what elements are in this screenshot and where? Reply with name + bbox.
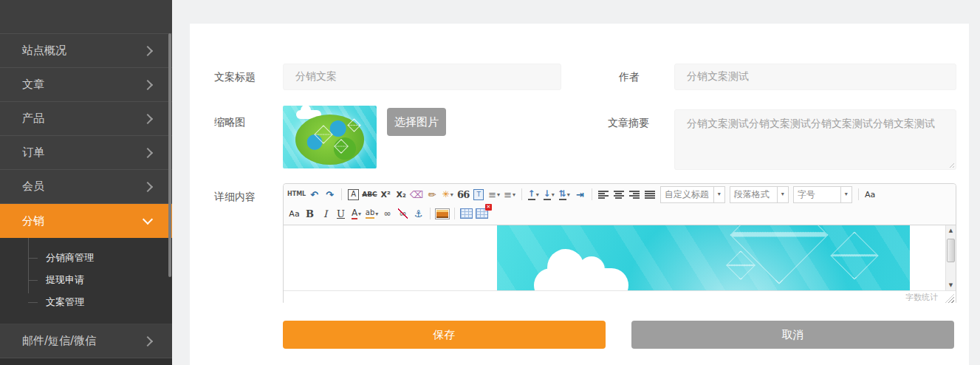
sidebar-scrollbar-thumb[interactable] [168,33,171,277]
strikethrough-button[interactable]: ABC [362,186,377,202]
undo-icon: ↶ [310,190,318,199]
italic-button[interactable]: I [318,205,332,222]
sidebar-header [0,0,172,34]
scroll-down-icon[interactable]: ▼ [946,282,956,288]
ordered-list-button[interactable]: ≡▾ [487,186,501,202]
chevron-right-icon [143,181,153,191]
anchor-icon: ⚓ [414,209,423,219]
blockquote-button[interactable]: 66 [456,186,470,202]
submenu-item[interactable]: 提现申请 [0,269,172,291]
format-match-button[interactable]: A [346,186,360,202]
author-input[interactable] [674,64,956,90]
copy-title-input[interactable] [283,64,561,90]
chevron-down-icon[interactable]: ▾ [552,191,555,198]
delete-table-button[interactable]: ✕ [475,205,489,222]
line-height-button[interactable]: ⇅▾ [558,186,572,202]
remove-link-button[interactable]: ∞ [396,205,410,222]
content-label: 详细内容 [214,183,256,210]
editor-scrollbar[interactable]: ▲ ▼ [945,225,956,290]
scroll-up-icon[interactable]: ▲ [946,228,956,233]
chevron-right-icon [143,45,153,55]
sidebar-nav: 站点概况文章产品订单会员分销分销商管理提现申请文案管理邮件/短信/微信 [0,34,172,358]
paragraph-format-select[interactable]: 段落格式▾ [730,186,789,203]
redo-button[interactable]: ↷ [323,186,337,202]
source-code-button[interactable]: HTML [287,186,306,202]
chevron-down-icon[interactable]: ▾ [777,187,788,202]
auto-typeset-button[interactable]: ✳▾ [441,186,455,202]
sidebar-submenu: 分销商管理提现申请文案管理 [0,238,172,324]
background-color-button[interactable]: ab▾ [365,205,379,222]
editor-scrollbar-thumb[interactable] [947,239,955,262]
insert-table-button[interactable] [459,205,473,222]
align-right-icon [629,191,640,199]
insert-link-button[interactable]: ∞ [380,205,394,222]
sidebar-item-active[interactable]: 分销 [0,204,172,238]
chevron-down-icon[interactable]: ▾ [497,191,500,198]
undo-button[interactable]: ↶ [307,186,321,202]
superscript-button[interactable]: X² [379,186,393,202]
chevron-down-icon[interactable]: ▾ [536,191,539,198]
sidebar-item[interactable]: 邮件/短信/微信 [0,324,172,358]
format-brush-button[interactable]: ✏ [425,186,439,202]
subscript-icon: X₂ [397,191,406,199]
paste-plain-text-button[interactable]: T [472,186,486,202]
align-right-button[interactable] [628,186,642,202]
sidebar-item[interactable]: 文章 [0,68,172,102]
uppercase-icon: Aa [865,191,875,199]
subscript-button[interactable]: X₂ [394,186,408,202]
chevron-down-icon [143,214,153,225]
lowercase-button[interactable]: Aa [287,205,301,222]
italic-icon: I [323,209,327,219]
remove-format-button[interactable]: ⌫ [410,186,424,202]
font-size-select[interactable]: 字号▾ [793,186,852,203]
first-line-indent-icon: ⇥ [576,190,584,199]
auto-typeset-icon: ✳ [442,190,450,199]
chevron-right-icon [143,335,153,346]
bold-button[interactable]: B [303,205,317,222]
underline-button[interactable]: U [334,205,348,222]
editor-banner-image [497,225,910,290]
submenu-item[interactable]: 分销商管理 [0,247,172,269]
bold-icon: B [306,209,314,219]
chevron-down-icon[interactable]: ▾ [450,191,453,198]
chevron-down-icon[interactable]: ▾ [375,211,378,217]
align-center-button[interactable] [612,186,626,202]
sidebar-item[interactable]: 会员 [0,170,172,204]
sidebar-item[interactable]: 订单 [0,136,172,170]
save-button[interactable]: 保存 [283,321,606,349]
choose-image-button[interactable]: 选择图片 [387,108,446,136]
paragraph-space-after-button[interactable]: ↓▾ [542,186,556,202]
font-color-button[interactable]: A▾ [349,205,363,222]
summary-textarea[interactable]: 分销文案测试分销文案测试分销文案测试分销文案测试 [674,109,956,170]
cancel-button[interactable]: 取消 [631,321,954,349]
first-line-indent-button[interactable]: ⇥ [573,186,587,202]
sidebar-item[interactable]: 站点概况 [0,34,172,68]
paragraph-space-before-button[interactable]: ↑▾ [527,186,541,202]
unordered-list-button[interactable]: ≡▾ [503,186,517,202]
submenu-item[interactable]: 文案管理 [0,291,172,313]
align-left-button[interactable] [597,186,611,202]
align-center-icon [614,191,624,199]
sidebar-item-label: 产品 [22,112,44,126]
chevron-down-icon[interactable]: ▾ [567,191,570,198]
uppercase-button[interactable]: Aa [863,186,877,202]
insert-image-button[interactable] [435,205,450,222]
sidebar-bottom-strip [0,358,172,365]
toolbar-separator [430,208,431,219]
sidebar: 站点概况文章产品订单会员分销分销商管理提现申请文案管理邮件/短信/微信 [0,0,172,365]
custom-heading-select[interactable]: 自定义标题▾ [660,186,725,203]
editor-content[interactable]: ▲ ▼ [284,225,956,290]
chevron-down-icon[interactable]: ▾ [513,191,515,198]
chevron-right-icon [143,79,153,89]
editor-resize-grip[interactable] [945,294,954,303]
sidebar-item[interactable]: 产品 [0,102,172,136]
anchor-button[interactable]: ⚓ [411,205,425,222]
align-justify-button[interactable] [643,186,657,202]
sidebar-item-label: 分销 [22,214,44,228]
chevron-down-icon[interactable]: ▾ [840,187,851,202]
redo-icon: ↷ [326,190,334,199]
chevron-down-icon[interactable]: ▾ [713,187,724,202]
chevron-down-icon[interactable]: ▾ [358,211,361,217]
app-window: 站点概况文章产品订单会员分销分销商管理提现申请文案管理邮件/短信/微信 文案标题… [0,0,980,365]
remove-format-icon: ⌫ [410,190,423,199]
